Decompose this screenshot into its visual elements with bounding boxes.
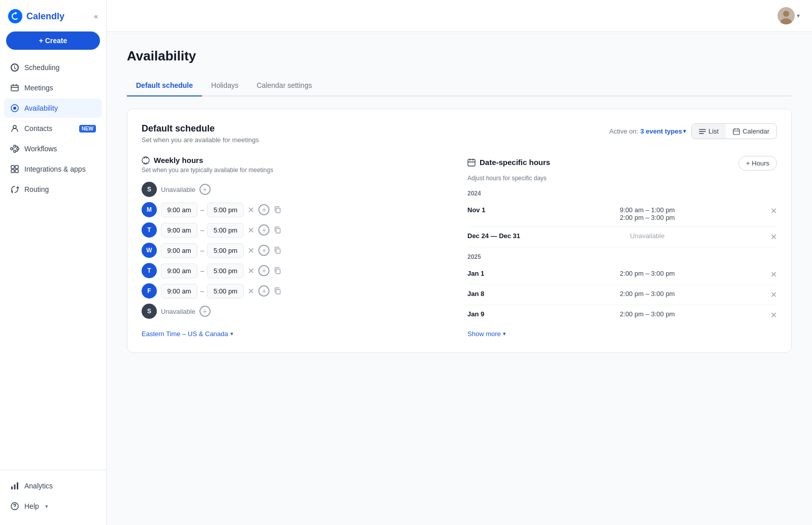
monday-start[interactable]: 9:00 am <box>161 203 197 217</box>
monday-add[interactable]: + <box>258 204 269 215</box>
svg-point-0 <box>8 9 22 23</box>
sidebar-item-integrations[interactable]: Integrations & apps <box>4 159 102 179</box>
copy-icon-f <box>274 287 282 295</box>
svg-rect-26 <box>276 289 280 294</box>
list-view-button[interactable]: List <box>692 124 726 139</box>
analytics-label: Analytics <box>24 482 53 490</box>
integrations-label: Integrations & apps <box>24 165 86 173</box>
help-label: Help <box>24 502 39 510</box>
tuesday-start[interactable]: 9:00 am <box>161 223 197 238</box>
thursday-start[interactable]: 9:00 am <box>161 264 197 278</box>
collapse-button[interactable]: « <box>94 12 98 20</box>
day-badge-monday: M <box>142 202 157 217</box>
date-dec24-remove[interactable]: ✕ <box>766 232 777 242</box>
date-row-jan8: Jan 8 2:00 pm – 3:00 pm ✕ <box>467 285 777 305</box>
day-row-thursday: T 9:00 am – 5:00 pm ✕ + <box>142 263 451 278</box>
card-header-left: Default schedule Set when you are availa… <box>142 123 259 144</box>
day-row-saturday: S Unavailable + <box>142 304 451 319</box>
nav-list: Scheduling Meetings Availability Contact… <box>0 58 106 470</box>
saturday-add-button[interactable]: + <box>199 306 211 317</box>
tab-default-schedule[interactable]: Default schedule <box>127 76 202 96</box>
calendar-date-icon <box>467 158 476 167</box>
thursday-copy[interactable] <box>273 266 283 276</box>
date-jan1-label: Jan 1 <box>467 270 528 277</box>
svg-point-19 <box>783 11 789 17</box>
sidebar-item-analytics[interactable]: Analytics <box>4 476 102 496</box>
sidebar-item-availability[interactable]: Availability <box>4 99 102 118</box>
monday-end[interactable]: 5:00 pm <box>207 203 244 217</box>
year-2024: 2024 <box>467 190 777 197</box>
wednesday-copy[interactable] <box>273 245 283 255</box>
scheduling-label: Scheduling <box>24 63 59 72</box>
content-area: Availability Default schedule Holidays C… <box>107 32 812 379</box>
thursday-end[interactable]: 5:00 pm <box>207 264 244 278</box>
friday-time-range: 9:00 am – 5:00 pm ✕ + <box>161 284 451 299</box>
friday-start[interactable]: 9:00 am <box>161 284 197 299</box>
date-jan8-remove[interactable]: ✕ <box>766 290 777 300</box>
user-menu[interactable]: ▾ <box>777 7 800 24</box>
sidebar-item-routing[interactable]: Routing <box>4 180 102 199</box>
sidebar-item-scheduling[interactable]: Scheduling <box>4 58 102 77</box>
sidebar-item-workflows[interactable]: Workflows <box>4 139 102 158</box>
date-jan8-label: Jan 8 <box>467 290 528 298</box>
sidebar-item-contacts[interactable]: Contacts NEW <box>4 119 102 138</box>
wednesday-add[interactable]: + <box>258 245 269 256</box>
svg-rect-13 <box>11 486 13 489</box>
list-icon <box>699 128 706 135</box>
timezone-chevron: ▾ <box>230 331 233 337</box>
date-row-dec24: Dec 24 — Dec 31 Unavailable ✕ <box>467 227 777 247</box>
day-row-wednesday: W 9:00 am – 5:00 pm ✕ + <box>142 243 451 258</box>
sunday-add-button[interactable]: + <box>199 184 211 195</box>
date-nov1-remove[interactable]: ✕ <box>766 206 777 216</box>
svg-rect-22 <box>276 208 280 213</box>
tuesday-time-range: 9:00 am – 5:00 pm ✕ + <box>161 223 451 238</box>
copy-icon-t <box>274 226 282 234</box>
thursday-remove[interactable]: ✕ <box>247 265 255 277</box>
monday-remove[interactable]: ✕ <box>247 204 255 216</box>
day-row-friday: F 9:00 am – 5:00 pm ✕ + <box>142 283 451 299</box>
date-jan9-remove[interactable]: ✕ <box>766 310 777 320</box>
active-on-chevron: ▾ <box>683 128 686 135</box>
wednesday-start[interactable]: 9:00 am <box>161 243 197 258</box>
day-row-tuesday: T 9:00 am – 5:00 pm ✕ + <box>142 222 451 238</box>
date-row-jan9: Jan 9 2:00 pm – 3:00 pm ✕ <box>467 305 777 325</box>
friday-end[interactable]: 5:00 pm <box>207 284 244 299</box>
create-button[interactable]: + Create <box>6 31 100 50</box>
user-avatar-icon <box>777 7 795 24</box>
friday-copy[interactable] <box>273 286 283 296</box>
friday-add[interactable]: + <box>258 285 269 297</box>
wednesday-end[interactable]: 5:00 pm <box>207 243 244 258</box>
topbar: ▾ <box>107 0 812 32</box>
page-title: Availability <box>127 48 792 64</box>
active-on-label: Active on: <box>610 127 638 135</box>
thursday-add[interactable]: + <box>258 265 269 276</box>
tab-calendar-settings[interactable]: Calendar settings <box>248 76 321 96</box>
monday-copy[interactable] <box>273 205 283 215</box>
date-jan1-remove[interactable]: ✕ <box>766 270 777 279</box>
calendar-view-button[interactable]: Calendar <box>726 124 776 139</box>
thursday-time-range: 9:00 am – 5:00 pm ✕ + <box>161 264 451 278</box>
sidebar-item-help[interactable]: Help ▾ <box>4 497 102 516</box>
active-on-link[interactable]: 3 event types ▾ <box>640 127 686 135</box>
show-more-link[interactable]: Show more ▾ <box>467 330 506 338</box>
help-icon <box>10 502 19 511</box>
tuesday-add[interactable]: + <box>258 224 269 236</box>
tab-holidays[interactable]: Holidays <box>202 76 248 96</box>
timezone-link[interactable]: Eastern Time – US & Canada ▾ <box>142 330 233 338</box>
active-on-value: 3 event types <box>640 127 682 135</box>
date-dec24-unavailable: Unavailable <box>630 232 665 240</box>
friday-remove[interactable]: ✕ <box>247 285 255 297</box>
date-row-nov1: Nov 1 9:00 am – 1:00 pm 2:00 pm – 3:00 p… <box>467 201 777 227</box>
add-hours-button[interactable]: + Hours <box>738 156 777 171</box>
svg-point-4 <box>13 125 16 128</box>
sidebar-item-meetings[interactable]: Meetings <box>4 78 102 97</box>
tuesday-copy[interactable] <box>273 225 283 235</box>
sidebar: Calendly « + Create Scheduling Meetings <box>0 0 107 525</box>
tuesday-remove[interactable]: ✕ <box>247 224 255 236</box>
contacts-badge: NEW <box>79 125 96 133</box>
avatar[interactable] <box>777 7 795 24</box>
svg-rect-14 <box>14 484 16 489</box>
tuesday-end[interactable]: 5:00 pm <box>207 223 244 238</box>
wednesday-remove[interactable]: ✕ <box>247 245 255 256</box>
routing-icon <box>10 185 19 194</box>
